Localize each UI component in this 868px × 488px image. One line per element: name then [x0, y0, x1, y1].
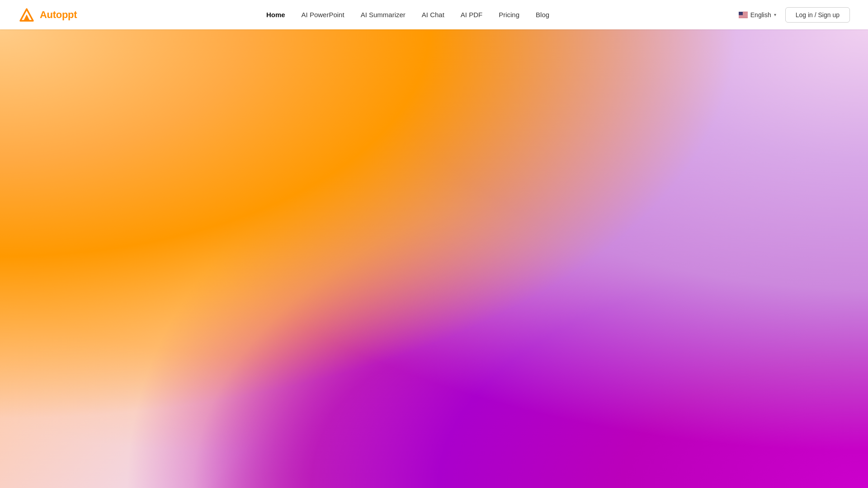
- svg-marker-1: [24, 14, 30, 21]
- svg-rect-9: [739, 12, 743, 15]
- svg-rect-7: [739, 16, 748, 16]
- language-chevron-icon: ▾: [774, 12, 776, 17]
- login-signup-button[interactable]: Log in / Sign up: [785, 7, 850, 23]
- nav-link-blog[interactable]: Blog: [536, 11, 549, 19]
- nav-link-ai-powerpoint[interactable]: AI PowerPoint: [302, 11, 344, 19]
- logo-icon: [18, 6, 35, 23]
- language-label: English: [750, 11, 771, 19]
- navbar-right: English ▾ Log in / Sign up: [739, 7, 850, 23]
- navbar: Autoppt Home AI PowerPoint AI Summarizer…: [0, 0, 868, 29]
- svg-rect-8: [739, 17, 748, 17]
- brand-name: Autoppt: [40, 9, 77, 21]
- language-selector[interactable]: English ▾: [739, 11, 776, 19]
- nav-link-ai-summarizer[interactable]: AI Summarizer: [361, 11, 406, 19]
- nav-link-ai-chat[interactable]: AI Chat: [422, 11, 444, 19]
- svg-rect-6: [739, 15, 748, 15]
- nav-link-ai-pdf[interactable]: AI PDF: [461, 11, 482, 19]
- nav-links: Home AI PowerPoint AI Summarizer AI Chat…: [266, 11, 549, 19]
- nav-link-home[interactable]: Home: [266, 11, 285, 19]
- nav-link-pricing[interactable]: Pricing: [499, 11, 519, 19]
- logo-area: Autoppt: [18, 6, 77, 23]
- flag-icon: [739, 12, 748, 18]
- hero-section: [0, 29, 868, 488]
